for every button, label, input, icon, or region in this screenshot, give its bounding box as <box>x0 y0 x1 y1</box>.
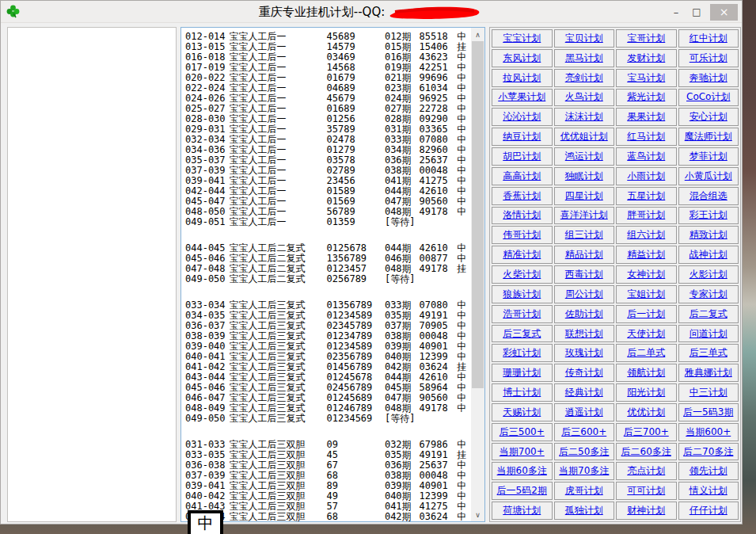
plan-link[interactable]: 逍遥计划 <box>565 406 603 419</box>
plan-link[interactable]: 独眠计划 <box>565 170 603 183</box>
plan-link[interactable]: 财神计划 <box>627 504 665 517</box>
plan-link[interactable]: 经典计划 <box>565 386 603 399</box>
plan-link[interactable]: 奔驰计划 <box>690 71 728 85</box>
plan-link[interactable]: 胡巴计划 <box>503 150 541 163</box>
plan-link[interactable]: 组三计划 <box>565 228 603 242</box>
plan-link[interactable]: 后二复式 <box>690 307 728 321</box>
plan-link[interactable]: 战神计划 <box>690 248 728 261</box>
plan-link[interactable]: 香蕉计划 <box>503 189 541 203</box>
plan-link[interactable]: 宝宝计划 <box>503 32 541 45</box>
plan-link[interactable]: 后一计划 <box>627 307 665 321</box>
scroll-up-arrow[interactable]: ∧ <box>471 28 484 41</box>
plan-link[interactable]: 彩王计划 <box>690 208 728 222</box>
plan-output-panel[interactable]: 012-014宝宝人工后一45689012期85518中013-015宝宝人工后… <box>180 27 485 522</box>
plan-link[interactable]: 拉风计划 <box>503 71 541 85</box>
plan-link[interactable]: 传奇计划 <box>565 366 603 380</box>
plan-link[interactable]: 火鸟计划 <box>565 90 603 104</box>
plan-link[interactable]: 五星计划 <box>627 189 665 203</box>
plan-link[interactable]: 后二单式 <box>627 346 665 360</box>
plan-link[interactable]: 后二70多注 <box>683 445 733 459</box>
plan-link[interactable]: 问道计划 <box>690 327 728 341</box>
plan-link[interactable]: 天赐计划 <box>503 406 541 419</box>
plan-link[interactable]: 果果计划 <box>627 110 665 124</box>
plan-link[interactable]: 高高计划 <box>503 170 541 183</box>
plan-link[interactable]: 当期700+ <box>500 445 545 459</box>
plan-link[interactable]: 精致计划 <box>690 228 728 242</box>
plan-link[interactable]: 精品计划 <box>565 248 603 261</box>
plan-link[interactable]: 狼族计划 <box>503 288 541 301</box>
plan-link[interactable]: 沫沫计划 <box>565 110 603 124</box>
plan-link[interactable]: 后一5码2期 <box>497 484 547 498</box>
plan-link[interactable]: 专家计划 <box>690 288 728 301</box>
plan-link[interactable]: 女神计划 <box>627 268 665 281</box>
plan-link[interactable]: 周公计划 <box>565 288 603 301</box>
plan-link[interactable]: 阳光计划 <box>627 386 665 399</box>
plan-link[interactable]: 宝贝计划 <box>565 32 603 45</box>
plan-link[interactable]: 当期70多注 <box>559 464 609 478</box>
plan-link[interactable]: 亮剑计划 <box>565 71 603 85</box>
plan-link[interactable]: 浩哥计划 <box>503 307 541 321</box>
plan-link[interactable]: 蓝鸟计划 <box>627 150 665 163</box>
plan-link[interactable]: 紫光计划 <box>627 90 665 104</box>
plan-link[interactable]: 优优姐计划 <box>560 130 608 143</box>
plan-link[interactable]: 可乐计划 <box>690 51 728 65</box>
plan-link[interactable]: 沁沁计划 <box>503 110 541 124</box>
plan-link[interactable]: 喜洋洋计划 <box>560 208 608 222</box>
plan-link[interactable]: 后三600+ <box>561 425 606 439</box>
plan-link[interactable]: 可可计划 <box>627 484 665 498</box>
plan-link[interactable]: 当期60多注 <box>497 464 547 478</box>
plan-link[interactable]: 魔法师计划 <box>685 130 732 143</box>
plan-link[interactable]: 孤独计划 <box>565 504 603 517</box>
vertical-scrollbar[interactable]: ∧ ∨ <box>471 28 484 521</box>
plan-link[interactable]: 天使计划 <box>627 327 665 341</box>
plan-link[interactable]: 混合组选 <box>690 189 728 203</box>
plan-link[interactable]: 仔仔计划 <box>690 504 728 517</box>
close-button[interactable]: × <box>710 4 738 21</box>
plan-link[interactable]: 中三计划 <box>690 386 728 399</box>
plan-link[interactable]: 红马计划 <box>627 130 665 143</box>
plan-link[interactable]: 亮点计划 <box>627 464 665 478</box>
plan-link[interactable]: 东风计划 <box>503 51 541 65</box>
plan-link[interactable]: 后三复式 <box>503 327 541 341</box>
plan-link[interactable]: 伟哥计划 <box>503 228 541 242</box>
plan-link[interactable]: 后二60多注 <box>621 445 671 459</box>
plan-link[interactable]: 后三700+ <box>624 425 669 439</box>
plan-link[interactable]: 领航计划 <box>627 366 665 380</box>
plan-link[interactable]: 红中计划 <box>690 32 728 45</box>
plan-link[interactable]: 梦菲计划 <box>690 150 728 163</box>
plan-link[interactable]: 彩虹计划 <box>503 346 541 360</box>
plan-link[interactable]: 安心计划 <box>690 110 728 124</box>
plan-link[interactable]: 火柴计划 <box>503 268 541 281</box>
plan-link[interactable]: 后三500+ <box>500 425 545 439</box>
plan-link[interactable]: 玫瑰计划 <box>565 346 603 360</box>
plan-link[interactable]: 联想计划 <box>565 327 603 341</box>
scrollbar-thumb[interactable] <box>472 41 484 388</box>
plan-link[interactable]: CoCo计划 <box>686 90 730 104</box>
plan-link[interactable]: 洛情计划 <box>503 208 541 222</box>
plan-link[interactable]: 鸿运计划 <box>565 150 603 163</box>
plan-link[interactable]: 发财计划 <box>627 51 665 65</box>
plan-link[interactable]: 精准计划 <box>503 248 541 261</box>
minimize-button[interactable]: – <box>666 6 686 18</box>
plan-link[interactable]: 组六计划 <box>627 228 665 242</box>
plan-link[interactable]: 后一5码3期 <box>683 406 733 419</box>
plan-link[interactable]: 火影计划 <box>690 268 728 281</box>
plan-link[interactable]: 精益计划 <box>627 248 665 261</box>
plan-link[interactable]: 领先计划 <box>690 464 728 478</box>
plan-link[interactable]: 小苹果计划 <box>498 90 545 104</box>
plan-link[interactable]: 当期600+ <box>686 425 731 439</box>
plan-link[interactable]: 西毒计划 <box>565 268 603 281</box>
plan-link[interactable]: 胖哥计划 <box>627 208 665 222</box>
plan-link[interactable]: 宝马计划 <box>627 71 665 85</box>
plan-link[interactable]: 博士计划 <box>503 386 541 399</box>
plan-link[interactable]: 小雨计划 <box>627 170 665 183</box>
plan-link[interactable]: 后二50多注 <box>559 445 609 459</box>
plan-link[interactable]: 黑马计划 <box>565 51 603 65</box>
maximize-button[interactable]: □ <box>686 6 707 17</box>
plan-link[interactable]: 小黄瓜计划 <box>685 170 732 183</box>
plan-link[interactable]: 佐助计划 <box>565 307 603 321</box>
plan-link[interactable]: 情义计划 <box>690 484 728 498</box>
plan-link[interactable]: 雅典娜计划 <box>685 366 732 380</box>
plan-link[interactable]: 四星计划 <box>565 189 603 203</box>
plan-link[interactable]: 宝姐计划 <box>627 288 665 301</box>
